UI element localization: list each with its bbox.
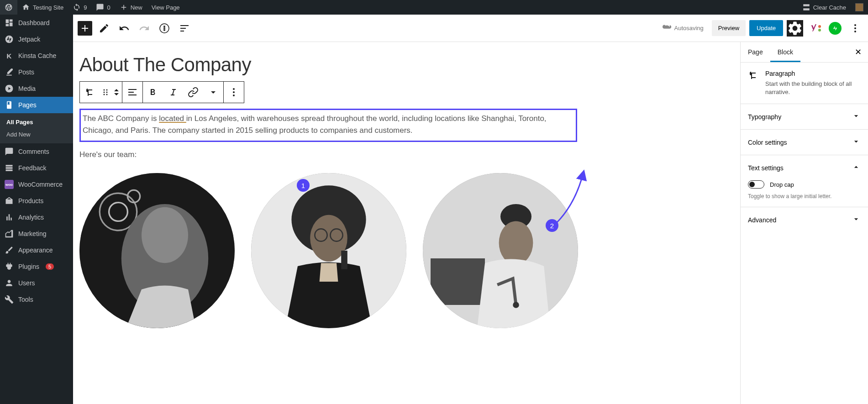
paragraph-block[interactable]: The ABC Company is located in Los Angele… — [79, 109, 577, 142]
spellcheck-underline: located — [159, 114, 186, 123]
updates-link[interactable]: 9 — [68, 0, 91, 15]
sidebar-item-kinsta[interactable]: KKinsta Cache — [0, 47, 73, 64]
advanced-panel-toggle[interactable]: Advanced — [741, 207, 868, 232]
clear-cache-link[interactable]: Clear Cache — [798, 0, 851, 15]
yoast-button[interactable] — [807, 20, 823, 37]
editor-header: Autosaving Preview Update — [73, 15, 868, 42]
svg-point-10 — [233, 88, 235, 90]
sidebar-item-woocommerce[interactable]: wooWooCommerce — [0, 176, 73, 193]
preview-button[interactable]: Preview — [712, 20, 746, 36]
page-title[interactable]: About The Company — [79, 54, 577, 76]
more-options-button[interactable] — [847, 20, 863, 37]
svg-point-9 — [106, 94, 108, 95]
update-button[interactable]: Update — [749, 20, 783, 36]
svg-point-18 — [142, 207, 188, 262]
sidebar-item-tools[interactable]: Tools — [0, 291, 73, 308]
sidebar-item-marketing[interactable]: Marketing — [0, 226, 73, 242]
tab-page[interactable]: Page — [741, 42, 770, 62]
advanced-panel: Advanced — [741, 207, 868, 232]
jetpack-button[interactable] — [827, 20, 843, 37]
block-more-button[interactable] — [224, 82, 244, 103]
block-toolbar — [79, 81, 244, 103]
sidebar-item-appearance[interactable]: Appearance — [0, 242, 73, 258]
svg-point-8 — [104, 94, 105, 95]
new-content-link[interactable]: New — [115, 0, 147, 15]
svg-point-28 — [499, 221, 533, 264]
block-type-button[interactable] — [80, 82, 100, 103]
drop-cap-label: Drop cap — [770, 181, 794, 188]
drop-cap-toggle[interactable] — [748, 180, 764, 189]
add-block-button[interactable] — [78, 21, 92, 36]
pages-submenu: All Pages Add New — [0, 113, 73, 143]
comments-link[interactable]: 0 — [91, 0, 115, 15]
typography-panel: Typography — [741, 104, 868, 129]
sidebar-item-analytics[interactable]: Analytics — [0, 209, 73, 226]
block-description: Paragraph Start with the building block … — [741, 63, 868, 104]
team-image-3[interactable] — [423, 173, 578, 328]
italic-button[interactable] — [163, 82, 183, 103]
svg-point-2 — [854, 27, 856, 29]
text-settings-panel: Text settings Drop cap Toggle to show a … — [741, 155, 868, 207]
svg-point-1 — [854, 24, 856, 26]
avatar-icon — [855, 3, 863, 11]
svg-point-3 — [854, 31, 856, 32]
bold-button[interactable] — [143, 82, 163, 103]
outline-button[interactable] — [176, 20, 193, 37]
comments-count: 0 — [107, 4, 110, 11]
close-settings-button[interactable]: ✕ — [848, 42, 868, 62]
submenu-all-pages[interactable]: All Pages — [0, 116, 73, 128]
chevron-up-icon — [852, 163, 861, 173]
submenu-add-new[interactable]: Add New — [0, 128, 73, 141]
annotation-1-badge: 1 — [297, 179, 310, 192]
sidebar-item-posts[interactable]: Posts — [0, 64, 73, 80]
chevron-down-icon — [852, 111, 861, 122]
sidebar-item-pages[interactable]: Pages — [0, 97, 73, 113]
align-button[interactable] — [122, 82, 142, 103]
sidebar-item-comments[interactable]: Comments — [0, 143, 73, 160]
svg-rect-24 — [341, 251, 347, 269]
tab-block[interactable]: Block — [770, 42, 800, 62]
redo-button[interactable] — [136, 20, 153, 37]
sidebar-item-jetpack[interactable]: Jetpack — [0, 31, 73, 47]
sidebar-item-media[interactable]: Media — [0, 80, 73, 97]
wp-logo[interactable] — [0, 0, 17, 15]
admin-bar: Testing Site 9 0 New View Page Clear Cac… — [0, 0, 868, 15]
text-settings-panel-toggle[interactable]: Text settings — [741, 155, 868, 180]
typography-panel-toggle[interactable]: Typography — [741, 104, 868, 129]
jetpack-icon — [5, 35, 14, 44]
editor: Autosaving Preview Update About The Comp… — [73, 15, 868, 404]
color-settings-panel-toggle[interactable]: Color settings — [741, 130, 868, 155]
sidebar-item-feedback[interactable]: Feedback — [0, 160, 73, 176]
svg-point-12 — [233, 94, 235, 96]
team-intro-text[interactable]: Here's our team: — [79, 150, 577, 159]
updates-count: 9 — [84, 4, 87, 11]
settings-panel: Page Block ✕ Paragraph Start with the bu… — [740, 42, 868, 404]
svg-point-6 — [104, 92, 105, 93]
site-name-text: Testing Site — [33, 4, 63, 11]
team-images-row — [79, 173, 577, 346]
admin-sidebar: Dashboard Jetpack KKinsta Cache Posts Me… — [0, 15, 73, 404]
editor-canvas[interactable]: About The Company — [73, 42, 740, 404]
link-button[interactable] — [183, 82, 203, 103]
sidebar-item-products[interactable]: Products — [0, 193, 73, 209]
svg-point-11 — [233, 91, 235, 93]
drag-handle[interactable] — [100, 82, 111, 103]
jetpack-icon — [829, 22, 842, 35]
settings-toggle-button[interactable] — [787, 20, 803, 37]
move-buttons[interactable] — [111, 82, 122, 103]
color-settings-panel: Color settings — [741, 129, 868, 155]
user-account[interactable] — [851, 0, 868, 15]
more-formatting-button[interactable] — [203, 82, 223, 103]
team-image-2[interactable] — [251, 173, 406, 328]
undo-button[interactable] — [116, 20, 132, 37]
team-image-1[interactable] — [79, 173, 235, 328]
svg-point-29 — [513, 302, 519, 308]
site-name-link[interactable]: Testing Site — [17, 0, 68, 15]
sidebar-item-dashboard[interactable]: Dashboard — [0, 15, 73, 31]
info-button[interactable] — [156, 20, 173, 37]
sidebar-item-plugins[interactable]: Plugins5 — [0, 258, 73, 275]
sidebar-item-users[interactable]: Users — [0, 275, 73, 291]
svg-point-4 — [104, 89, 105, 91]
tools-button[interactable] — [96, 20, 112, 37]
view-page-link[interactable]: View Page — [147, 0, 184, 15]
